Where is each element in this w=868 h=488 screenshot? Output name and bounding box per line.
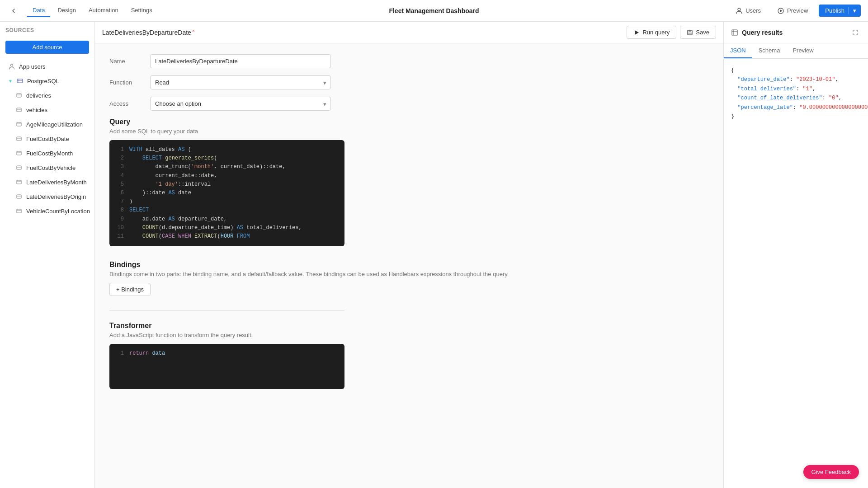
users-button[interactable]: Users bbox=[730, 5, 766, 17]
users-icon bbox=[736, 7, 743, 14]
transformer-section-title: Transformer bbox=[109, 322, 709, 330]
users-label: Users bbox=[745, 7, 761, 14]
sidebar-item-app-users-label: App users bbox=[19, 63, 46, 70]
query-actions: Run query Save bbox=[627, 26, 716, 39]
save-button[interactable]: Save bbox=[680, 26, 716, 39]
svg-rect-19 bbox=[17, 180, 21, 184]
fuel-cost-date-icon bbox=[15, 135, 23, 142]
code-line-2: 2 SELECT generate_series( bbox=[115, 154, 339, 163]
tab-schema[interactable]: Schema bbox=[752, 43, 787, 58]
back-button[interactable] bbox=[7, 5, 20, 17]
bindings-section: Bindings Bindings come in two parts: the… bbox=[109, 261, 709, 296]
top-nav: Data Design Automation Settings Fleet Ma… bbox=[0, 0, 868, 22]
transformer-editor[interactable]: 1 return data bbox=[109, 344, 344, 389]
svg-rect-21 bbox=[17, 195, 21, 198]
give-feedback-button[interactable]: Give Feedback bbox=[803, 465, 859, 479]
vehicle-count-location-icon bbox=[15, 207, 23, 215]
save-icon bbox=[687, 29, 693, 36]
json-total-deliveries: "total_deliveries": "1", bbox=[731, 84, 861, 94]
right-panel-header: Query results bbox=[724, 22, 868, 43]
main-layout: Sources Add source App users ▼ P bbox=[0, 22, 868, 488]
tab-data[interactable]: Data bbox=[27, 4, 50, 17]
name-input-wrapper bbox=[150, 54, 331, 68]
svg-rect-11 bbox=[17, 122, 21, 126]
sql-editor[interactable]: 1 WITH all_dates AS ( 2 SELECT generate_… bbox=[109, 140, 344, 246]
svg-point-0 bbox=[738, 8, 741, 11]
sidebar-deliveries-label: deliveries bbox=[26, 92, 51, 99]
access-label: Access bbox=[109, 100, 150, 107]
code-line-11: 11 COUNT(CASE WHEN EXTRACT(HOUR FROM bbox=[115, 232, 339, 241]
panel-expand-button[interactable] bbox=[850, 27, 861, 38]
name-label: Name bbox=[109, 58, 150, 65]
access-field-row: Access Choose an option bbox=[109, 97, 709, 111]
sidebar-item-late-deliveries-month[interactable]: LateDeliveriesByMonth bbox=[3, 175, 92, 189]
right-panel-title: Query results bbox=[742, 29, 783, 36]
result-tabs: JSON Schema Preview bbox=[724, 43, 868, 59]
sidebar-fuel-cost-vehicle-label: FuelCostByVehicle bbox=[26, 164, 75, 171]
sidebar-item-late-deliveries-origin[interactable]: LateDeliveriesByOrigin bbox=[3, 190, 92, 203]
json-open-brace: { bbox=[731, 66, 861, 75]
transformer-line-1: 1 return data bbox=[115, 349, 339, 358]
add-bindings-button[interactable]: + Bindings bbox=[109, 283, 151, 296]
nav-tabs: Data Design Automation Settings bbox=[27, 4, 158, 17]
sidebar-late-deliveries-month-label: LateDeliveriesByMonth bbox=[26, 179, 87, 186]
sidebar-item-postgresql[interactable]: ▼ PostgreSQL bbox=[3, 74, 92, 88]
tab-settings[interactable]: Settings bbox=[126, 4, 158, 17]
sidebar-fuel-cost-month-label: FuelCostByMonth bbox=[26, 150, 73, 157]
fuel-cost-vehicle-icon bbox=[15, 164, 23, 171]
code-line-3: 3 date_trunc('month', current_date)::dat… bbox=[115, 163, 339, 171]
sidebar-vehicles-label: vehicles bbox=[26, 107, 47, 113]
svg-point-3 bbox=[11, 64, 13, 66]
tab-design[interactable]: Design bbox=[52, 4, 81, 17]
tab-automation[interactable]: Automation bbox=[83, 4, 124, 17]
sidebar-item-app-users[interactable]: App users bbox=[3, 60, 92, 73]
svg-rect-29 bbox=[732, 30, 737, 35]
app-title: Fleet Management Dashboard bbox=[389, 7, 479, 14]
function-select[interactable]: Read bbox=[150, 75, 331, 89]
function-select-wrapper: Read bbox=[150, 75, 331, 89]
run-query-button[interactable]: Run query bbox=[627, 26, 676, 39]
publish-button[interactable]: Publish ▾ bbox=[819, 5, 861, 17]
json-close-brace: } bbox=[731, 112, 861, 121]
right-panel: Query results JSON Schema Preview { "dep… bbox=[723, 22, 868, 488]
name-input[interactable] bbox=[150, 54, 331, 68]
content-area: LateDeliveriesByDepartureDate° Run query… bbox=[95, 22, 723, 488]
publish-caret-icon[interactable]: ▾ bbox=[848, 7, 861, 14]
preview-label: Preview bbox=[787, 7, 808, 14]
bindings-section-title: Bindings bbox=[109, 261, 709, 269]
access-select-wrapper: Choose an option bbox=[150, 97, 331, 111]
sidebar-item-fuel-cost-month[interactable]: FuelCostByMonth bbox=[3, 146, 92, 160]
unsaved-indicator: ° bbox=[192, 29, 195, 36]
results-icon bbox=[731, 29, 738, 36]
preview-button[interactable]: Preview bbox=[772, 5, 813, 17]
nav-right: Users Preview Publish ▾ bbox=[730, 5, 861, 17]
svg-rect-27 bbox=[689, 30, 691, 32]
query-section-subtitle: Add some SQL to query your data bbox=[109, 128, 709, 135]
late-deliveries-month-icon bbox=[15, 178, 23, 186]
code-line-10: 10 COUNT(d.departure_date_time) AS total… bbox=[115, 224, 339, 232]
json-departure-date: "departure_date": "2023-10-01", bbox=[731, 75, 861, 84]
transformer-subtitle: Add a JavaScript function to transform t… bbox=[109, 332, 709, 338]
json-percentage-late: "percentage_late": "0.000000000000000000… bbox=[731, 103, 861, 112]
svg-rect-28 bbox=[688, 33, 692, 34]
sidebar-item-vehicle-count-location[interactable]: VehicleCountByLocation bbox=[3, 204, 92, 218]
access-select[interactable]: Choose an option bbox=[150, 97, 331, 111]
sidebar-late-deliveries-origin-label: LateDeliveriesByOrigin bbox=[26, 193, 86, 200]
query-title: LateDeliveriesByDepartureDate° bbox=[102, 29, 194, 36]
sidebar-item-postgresql-label: PostgreSQL bbox=[27, 78, 59, 84]
sidebar-item-fuel-cost-date[interactable]: FuelCostByDate bbox=[3, 132, 92, 145]
tab-preview[interactable]: Preview bbox=[786, 43, 820, 58]
add-source-button[interactable]: Add source bbox=[5, 41, 89, 54]
app-users-icon bbox=[8, 63, 15, 70]
svg-rect-13 bbox=[17, 137, 21, 141]
sidebar-item-age-mileage[interactable]: AgeMileageUtilization bbox=[3, 117, 92, 131]
sidebar-item-fuel-cost-vehicle[interactable]: FuelCostByVehicle bbox=[3, 161, 92, 174]
code-line-6: 6 )::date AS date bbox=[115, 189, 339, 197]
vehicles-icon bbox=[15, 106, 23, 113]
sidebar-item-vehicles[interactable]: vehicles bbox=[3, 103, 92, 117]
json-count-late: "count_of_late_deliveries": "0", bbox=[731, 94, 861, 103]
tab-json[interactable]: JSON bbox=[724, 43, 752, 58]
svg-marker-25 bbox=[635, 30, 639, 35]
sidebar-item-deliveries[interactable]: deliveries bbox=[3, 89, 92, 102]
code-line-4: 4 current_date::date, bbox=[115, 172, 339, 180]
